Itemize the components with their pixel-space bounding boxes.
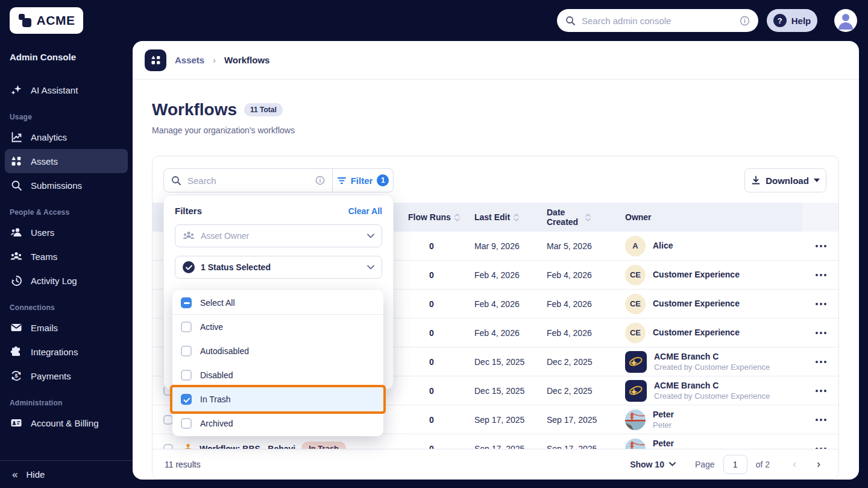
- row-menu-button[interactable]: [816, 419, 826, 421]
- sort-icon[interactable]: [585, 213, 591, 222]
- sidebar-item-account-billing[interactable]: Account & Billing: [0, 411, 133, 435]
- main-panel: Assets › Workflows Workflows 11 Total Ma…: [133, 41, 859, 480]
- sidebar-item-integrations[interactable]: Integrations: [0, 340, 133, 364]
- page-number-input[interactable]: [723, 455, 747, 474]
- disabled-checkbox[interactable]: [181, 370, 192, 381]
- chevron-down-icon: [669, 462, 676, 466]
- filter-option-autodisabled[interactable]: Autodisabled: [172, 339, 383, 363]
- sidebar-item-analytics[interactable]: Analytics: [0, 125, 133, 149]
- filter-option-select-all[interactable]: Select All: [172, 291, 383, 315]
- column-header-last-edit[interactable]: Last Edit: [465, 212, 537, 222]
- row-menu-button[interactable]: [816, 274, 826, 276]
- active-checkbox[interactable]: [181, 322, 192, 332]
- status-select[interactable]: 1 Status Selected: [175, 256, 382, 279]
- sidebar-item-teams[interactable]: Teams: [0, 244, 133, 268]
- filter-icon: [337, 177, 347, 185]
- owner-avatar: CE: [625, 294, 646, 314]
- filter-option-in-trash[interactable]: In Trash: [172, 387, 383, 411]
- puzzle-icon: [10, 346, 22, 358]
- acme-branch-logo: [625, 380, 647, 402]
- pagination-next-button[interactable]: ›: [811, 458, 826, 471]
- row-checkbox[interactable]: [163, 415, 173, 425]
- column-header-flow-runs[interactable]: Flow Runs: [398, 212, 465, 222]
- sidebar-item-emails[interactable]: Emails: [0, 315, 133, 340]
- sidebar-item-ai-assistant[interactable]: AI Assistant: [0, 78, 133, 102]
- sidebar-item-assets[interactable]: Assets: [5, 149, 128, 173]
- sidebar-item-submissions[interactable]: Submissions: [0, 173, 133, 197]
- pagination-prev-button[interactable]: ‹: [787, 458, 802, 471]
- search-icon: [171, 176, 181, 186]
- owner-cell: ACME Branch C Created by Customer Experi…: [615, 380, 802, 402]
- row-menu-button[interactable]: [816, 332, 826, 334]
- admin-console-page: ACME ? Help Admin Console AI Assistant: [0, 0, 868, 488]
- sidebar-item-users[interactable]: Users: [0, 220, 133, 244]
- submissions-search-icon: [10, 179, 22, 191]
- autodisabled-checkbox[interactable]: [181, 346, 192, 356]
- caret-down-icon: [814, 179, 820, 182]
- search-filter-group: Filter 1: [163, 168, 394, 192]
- asset-owner-select[interactable]: Asset Owner: [175, 224, 382, 247]
- breadcrumb: Assets › Workflows: [133, 41, 859, 80]
- in-trash-checkbox[interactable]: [181, 394, 192, 405]
- table-footer: 11 results Show 10 Page of 2 ‹ ›: [153, 449, 838, 479]
- row-menu-button[interactable]: [816, 303, 826, 305]
- filter-option-disabled[interactable]: Disabled: [172, 363, 383, 387]
- acme-logo[interactable]: ACME: [10, 7, 83, 34]
- activity-log-icon: [10, 274, 22, 287]
- filter-option-archived[interactable]: Archived: [172, 411, 383, 436]
- filter-count-badge: 1: [377, 174, 389, 186]
- status-check-icon: [183, 261, 195, 273]
- chevron-down-icon: [367, 265, 374, 270]
- clear-all-button[interactable]: Clear All: [348, 206, 382, 216]
- owner-cell: ACME Branch C Created by Customer Experi…: [615, 351, 802, 373]
- sidebar-collapse-button[interactable]: « Hide: [0, 460, 133, 488]
- admin-search-input[interactable]: [582, 16, 734, 26]
- table-search-field[interactable]: [164, 169, 332, 192]
- chevron-down-icon: [367, 233, 374, 238]
- page-subtitle: Manage your organization's workflows: [152, 125, 859, 135]
- sidebar-section-connections: Connections: [10, 303, 133, 312]
- sort-icon[interactable]: [454, 213, 460, 222]
- download-icon: [751, 176, 761, 185]
- info-icon: [315, 176, 325, 185]
- owner-avatar: A: [625, 236, 646, 256]
- column-header-date-created[interactable]: Date Created: [537, 208, 615, 227]
- owner-cell: A Alice: [615, 236, 802, 256]
- sidebar-section-administration: Administration: [10, 399, 133, 407]
- collapse-icon: «: [12, 469, 17, 481]
- row-menu-button[interactable]: [816, 390, 826, 392]
- owner-cell: CE Customer Experience: [615, 265, 802, 285]
- payments-icon: $: [10, 370, 22, 382]
- page-size-select[interactable]: Show 10: [630, 460, 676, 469]
- sidebar-title: Admin Console: [10, 52, 133, 62]
- table-row[interactable]: Workflow: BBS - Behavi In Trash 0 Sep 17…: [153, 434, 838, 450]
- sidebar-item-activity-log[interactable]: Activity Log: [0, 268, 133, 293]
- row-menu-button[interactable]: [816, 361, 826, 363]
- breadcrumb-app-icon: [145, 49, 166, 71]
- admin-search-bar[interactable]: [557, 9, 758, 32]
- filter-option-active[interactable]: Active: [172, 315, 383, 339]
- total-count-badge: 11 Total: [244, 103, 283, 116]
- table-toolbar: Filter 1 Download: [163, 168, 826, 192]
- download-button[interactable]: Download: [744, 168, 826, 192]
- table-search-input[interactable]: [187, 176, 309, 186]
- sidebar: Admin Console AI Assistant Usage Analyti…: [0, 41, 133, 488]
- help-button[interactable]: ? Help: [767, 9, 817, 32]
- owner-photo-avatar: [625, 410, 646, 430]
- analytics-icon: [10, 131, 22, 143]
- sort-icon[interactable]: [514, 213, 519, 222]
- archived-checkbox[interactable]: [181, 418, 192, 429]
- sidebar-item-payments[interactable]: $ Payments: [0, 364, 133, 388]
- row-menu-button[interactable]: [816, 245, 826, 247]
- person-icon: [834, 9, 857, 32]
- search-icon: [565, 16, 576, 26]
- breadcrumb-assets-link[interactable]: Assets: [175, 55, 204, 65]
- emails-icon: [10, 322, 22, 334]
- user-avatar[interactable]: [834, 9, 857, 32]
- column-header-owner: Owner: [615, 212, 802, 222]
- id-card-icon: [10, 417, 22, 429]
- breadcrumb-current: Workflows: [224, 55, 270, 65]
- select-all-checkbox[interactable]: [181, 297, 192, 308]
- filter-button[interactable]: Filter 1: [333, 169, 393, 192]
- owner-avatar: CE: [625, 265, 646, 285]
